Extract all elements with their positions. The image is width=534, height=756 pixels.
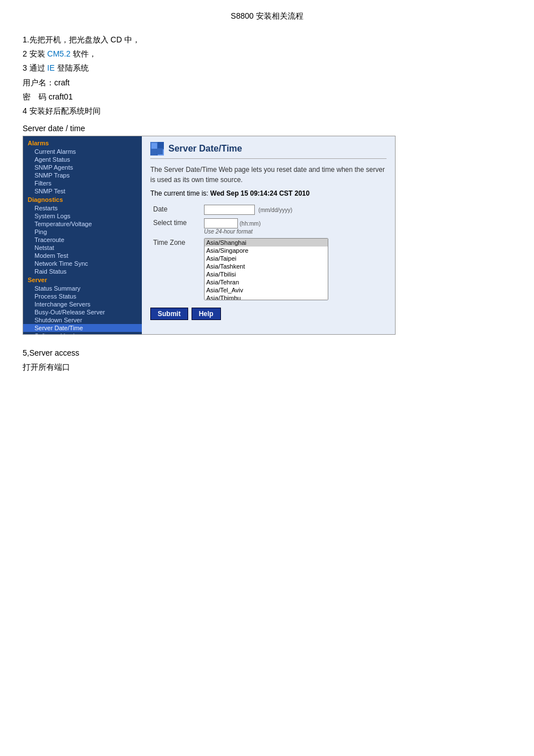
sidebar-item-snmp-traps[interactable]: SNMP Traps [23,171,142,179]
sidebar-item-software-version[interactable]: Software Version [23,332,142,334]
intro-line-5: 密 码 craft01 [23,90,511,104]
timezone-option-tbilisi[interactable]: Asia/Tbilisi [205,270,328,278]
ie-highlight: IE [47,63,55,72]
cm-highlight: CM5.2 [47,49,71,58]
help-button[interactable]: Help [192,308,221,320]
sidebar-item-traceroute[interactable]: Traceroute [23,236,142,244]
sidebar-item-interchange-servers[interactable]: Interchange Servers [23,300,142,308]
time-format-hint: (hh:mm) [240,221,261,227]
sidebar-item-agent-status[interactable]: Agent Status [23,155,142,163]
timezone-label: Time Zone [150,236,201,302]
sidebar-item-busy-out-release[interactable]: Busy-Out/Release Server [23,308,142,316]
timezone-option-tashkent[interactable]: Asia/Tashkent [205,262,328,270]
sidebar-item-netstat[interactable]: Netstat [23,244,142,252]
sidebar-item-temperature-voltage[interactable]: Temperature/Voltage [23,220,142,228]
sidebar-item-snmp-agents[interactable]: SNMP Agents [23,163,142,171]
sidebar-item-restarts[interactable]: Restarts [23,204,142,212]
intro-line-1: 1.先把开机，把光盘放入 CD 中， [23,33,511,47]
intro-text: 1.先把开机，把光盘放入 CD 中， 2 安装 CM5.2 软件， 3 通过 I… [23,33,511,118]
use-24hr-label: Use 24-hour format [204,228,384,235]
intro-line-3: 3 通过 IE 登陆系统 [23,61,511,75]
sidebar-item-server-date-time[interactable]: Server Date/Time [23,324,142,332]
intro-line-2: 2 安装 CM5.2 软件， [23,47,511,61]
sidebar-category-diagnostics: Diagnostics [23,195,142,204]
intro-line-6: 4 安装好后配系统时间 [23,104,511,118]
timezone-option-singapore[interactable]: Asia/Singapore [205,247,328,254]
footer-line-1: 5,Server access [23,346,511,360]
timezone-option-taipei[interactable]: Asia/Taipei [205,254,328,262]
timezone-select-cell: Asia/Shanghai Asia/Singapore Asia/Taipei… [201,236,387,302]
select-time-label: Select time [150,217,201,236]
sidebar-item-shutdown-server[interactable]: Shutdown Server [23,316,142,324]
sidebar-item-process-status[interactable]: Process Status [23,292,142,300]
date-input[interactable] [204,205,255,215]
timezone-row: Time Zone Asia/Shanghai Asia/Singapore A… [150,236,387,302]
timezone-select[interactable]: Asia/Shanghai Asia/Singapore Asia/Taipei… [204,238,328,300]
sidebar-item-current-alarms[interactable]: Current Alarms [23,148,142,155]
date-label: Date [150,203,201,217]
server-datetime-icon [150,142,164,155]
form-table: Date (mm/dd/yyyy) Select time (hh:mm) Us… [150,203,387,302]
sidebar-item-system-logs[interactable]: System Logs [23,212,142,220]
main-content: Server Date/Time The Server Date/Time We… [142,136,395,334]
content-header: Server Date/Time [150,142,387,159]
sidebar-category-alarms: Alarms [23,139,142,148]
svg-rect-2 [150,149,157,155]
section-label-server-date: Server date / time [23,124,511,133]
footer-text: 5,Server access 打开所有端口 [23,346,511,374]
current-time-label: The current time is: [150,189,209,197]
submit-button[interactable]: Submit [150,308,188,320]
svg-rect-0 [150,142,157,148]
svg-rect-3 [158,149,164,155]
button-row: Submit Help [150,308,387,320]
time-field-cell: (hh:mm) Use 24-hour format [201,217,387,236]
sidebar-category-server: Server [23,275,142,284]
timezone-option-tel-aviv[interactable]: Asia/Tel_Aviv [205,286,328,294]
date-field-cell: (mm/dd/yyyy) [201,203,387,217]
sidebar-item-network-time-sync[interactable]: Network Time Sync [23,260,142,267]
time-input[interactable] [204,218,238,228]
select-time-row: Select time (hh:mm) Use 24-hour format [150,217,387,236]
timezone-option-thimbu[interactable]: Asia/Thimbu [205,294,328,300]
sidebar-item-raid-status[interactable]: Raid Status [23,267,142,275]
intro-line-4: 用户名：craft [23,76,511,90]
sidebar-item-snmp-test[interactable]: SNMP Test [23,187,142,195]
sidebar-item-filters[interactable]: Filters [23,179,142,187]
time-row: (hh:mm) [204,218,384,228]
current-time-value: Wed Sep 15 09:14:24 CST 2010 [210,189,310,197]
sidebar-item-status-summary[interactable]: Status Summary [23,284,142,292]
footer-line-2: 打开所有端口 [23,360,511,374]
description-text: The Server Date/Time Web page lets you r… [150,165,387,185]
timezone-option-shanghai[interactable]: Asia/Shanghai [205,239,328,247]
sidebar: Alarms Current Alarms Agent Status SNMP … [23,136,142,334]
date-format-hint: (mm/dd/yyyy) [258,207,292,213]
sidebar-item-modem-test[interactable]: Modem Test [23,252,142,260]
svg-rect-1 [158,142,164,148]
ui-panel: Alarms Current Alarms Agent Status SNMP … [23,136,396,335]
current-time: The current time is: Wed Sep 15 09:14:24… [150,189,387,197]
main-content-title: Server Date/Time [168,144,242,154]
timezone-option-tehran[interactable]: Asia/Tehran [205,278,328,286]
date-row: Date (mm/dd/yyyy) [150,203,387,217]
sidebar-item-ping[interactable]: Ping [23,228,142,236]
page-title: S8800 安装相关流程 [23,11,511,21]
